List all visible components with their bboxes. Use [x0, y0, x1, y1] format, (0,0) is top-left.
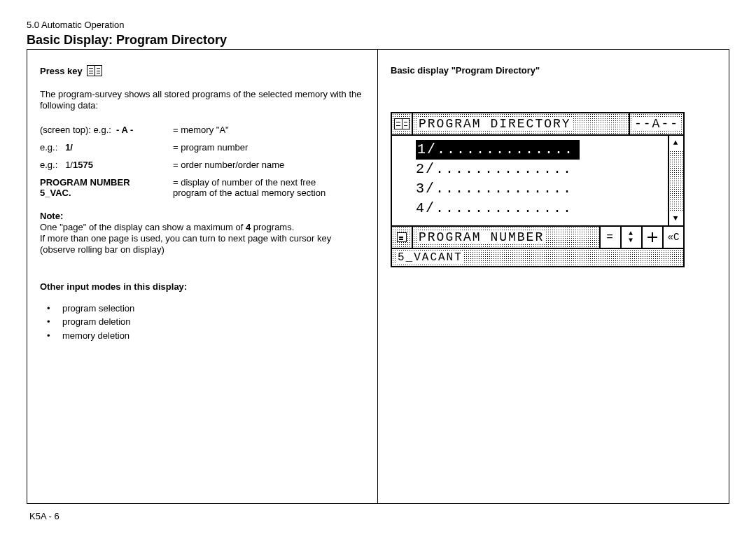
def-val-prognum: = program number: [173, 142, 365, 153]
directory-key-icon: [87, 65, 102, 76]
equals-button[interactable]: =: [599, 227, 620, 248]
memory-indicator: --A--: [629, 113, 683, 134]
press-key-label: Press key: [40, 66, 83, 76]
cross-icon: [647, 232, 658, 243]
chapter-label: 5.0 Automatic Operation: [27, 20, 729, 30]
screen-caption: Basic display "Program Directory": [391, 65, 716, 76]
prompt-label: PROGRAM NUMBER: [413, 227, 599, 248]
mode-item: program selection: [44, 302, 365, 316]
page-title: Basic Display: Program Directory: [27, 33, 729, 48]
note-line-3: (observe rolling bar on display): [40, 244, 365, 255]
vac-desc-1: = display of number of the next free: [173, 177, 365, 188]
list-item[interactable]: 2/..............: [416, 160, 668, 179]
def-val-order: = order number/order name: [173, 160, 365, 170]
vac-desc-2: program of the actual memory section: [173, 188, 365, 198]
clear-button[interactable]: «C: [662, 227, 683, 248]
def-key-memory: (screen top): e.g.: - A -: [40, 125, 173, 135]
directory-icon: [392, 113, 413, 134]
def-val-memory: = memory "A": [173, 125, 365, 135]
intro-text: The program-survey shows all stored prog…: [40, 89, 365, 112]
device-screen: PROGRAM DIRECTORY --A-- 1/..............…: [391, 112, 685, 267]
note-line-2: If more than one page is used, you can t…: [40, 233, 365, 244]
input-icon: [392, 227, 413, 248]
scroll-down-icon[interactable]: ▼: [669, 211, 683, 225]
content-frame: Press key The program-survey shows all s…: [27, 49, 729, 504]
right-column: Basic display "Program Directory" PROGRA…: [378, 50, 729, 503]
note-heading: Note:: [40, 211, 365, 222]
definition-grid: (screen top): e.g.: - A - = memory "A" e…: [40, 125, 365, 198]
page-footer: K5A - 6: [29, 511, 59, 521]
def-key-prognum: e.g.: 1/: [40, 142, 173, 153]
vacant-label: 5_VACANT: [392, 249, 683, 266]
vac-label: 5_VAC.: [40, 188, 173, 198]
left-column: Press key The program-survey shows all s…: [27, 50, 378, 503]
mode-item: program deletion: [44, 315, 365, 329]
nav-button[interactable]: [641, 227, 662, 248]
list-item[interactable]: 3/..............: [416, 179, 668, 199]
list-item[interactable]: 4/..............: [416, 199, 668, 218]
program-number-label: PROGRAM NUMBER: [40, 177, 173, 188]
program-list: 1/.............. 2/.............. 3/....…: [392, 136, 668, 225]
updown-button[interactable]: ▲▼: [620, 227, 641, 248]
mode-item: memory deletion: [44, 329, 365, 343]
modes-heading: Other input modes in this display:: [40, 281, 365, 292]
def-key-order: e.g.: 1/1575: [40, 160, 173, 170]
scroll-up-icon[interactable]: ▲: [669, 136, 683, 150]
scrollbar[interactable]: ▲ ▼: [668, 136, 683, 225]
list-item-selected[interactable]: 1/..............: [416, 140, 580, 160]
modes-list: program selection program deletion memor…: [40, 302, 365, 343]
screen-title: PROGRAM DIRECTORY: [413, 113, 629, 134]
note-line-1: One "page" of the display can show a max…: [40, 222, 365, 233]
